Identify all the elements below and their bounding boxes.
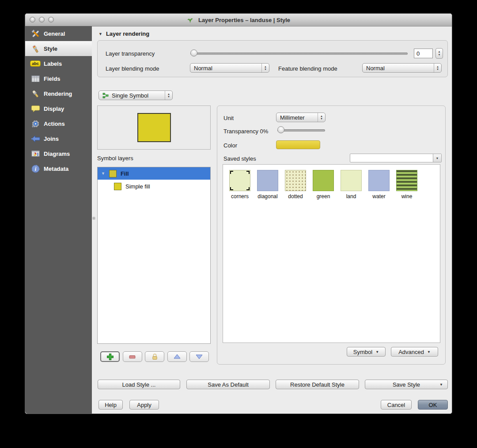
layer-blending-dropdown[interactable]: Normal ▲▼ <box>190 63 269 73</box>
load-style-button[interactable]: Load Style ... <box>98 380 180 389</box>
chart-icon <box>30 149 41 158</box>
layer-transparency-stepper[interactable]: ▲ ▼ <box>435 48 443 59</box>
feature-blending-dropdown[interactable]: Normal ▲▼ <box>362 63 442 73</box>
layer-transparency-slider[interactable] <box>190 49 408 57</box>
style-item-dotted[interactable]: dotted <box>285 170 306 200</box>
unit-label: Unit <box>223 115 234 121</box>
remove-symbol-layer-button[interactable] <box>123 351 142 362</box>
window-title: Layer Properties – landuse | Style <box>198 17 290 23</box>
sidebar-item-metadata[interactable]: i Metadata <box>25 161 92 176</box>
sidebar-item-rendering[interactable]: Rendering <box>25 86 92 101</box>
move-layer-down-button[interactable] <box>189 351 209 362</box>
saved-styles-label: Saved styles <box>223 155 256 162</box>
style-swatch[interactable] <box>285 170 306 191</box>
sidebar-item-general[interactable]: General <box>25 26 92 41</box>
title-bar[interactable]: Layer Properties – landuse | Style <box>25 14 452 26</box>
symbol-menu-button[interactable]: Symbol ▼ <box>347 347 386 357</box>
advanced-menu-button[interactable]: Advanced ▼ <box>391 347 438 357</box>
sidebar-item-label: Diagrams <box>44 151 70 157</box>
move-layer-up-button[interactable] <box>167 351 187 362</box>
saved-styles-combobox[interactable]: ▼ <box>350 154 442 162</box>
layer-transparency-value-field[interactable]: 0 <box>414 49 433 58</box>
join-arrow-icon <box>30 134 41 143</box>
symbol-layers-tree: ▼ Fill Simple fill <box>97 167 211 344</box>
apply-button[interactable]: Apply <box>129 400 159 410</box>
save-style-button[interactable]: Save Style ▼ <box>365 380 448 389</box>
style-swatch[interactable] <box>341 170 362 191</box>
minus-icon <box>129 353 136 361</box>
tree-row-fill[interactable]: ▼ Fill <box>98 167 210 180</box>
collapse-triangle-icon[interactable]: ▼ <box>98 32 102 36</box>
speech-bubble-icon <box>30 104 41 113</box>
color-label: Color <box>223 142 237 149</box>
sidebar-item-style[interactable]: Style <box>25 41 92 56</box>
brush-icon <box>30 89 41 98</box>
sidebar-item-label: Joins <box>44 136 59 142</box>
stepper-down-icon[interactable]: ▼ <box>438 53 441 56</box>
qgis-app-icon <box>187 17 193 23</box>
sidebar-item-label: Fields <box>44 75 61 82</box>
dropdown-stepper-icon: ▲▼ <box>434 64 441 72</box>
symbol-layer-toolbar <box>100 351 209 362</box>
up-triangle-icon <box>173 353 181 360</box>
dropdown-stepper-icon: ▲▼ <box>261 64 269 72</box>
slider-handle[interactable] <box>277 126 284 133</box>
add-symbol-layer-button[interactable] <box>100 351 120 362</box>
style-swatch[interactable] <box>396 170 417 191</box>
restore-default-style-button[interactable]: Restore Default Style <box>276 380 359 389</box>
color-picker-button[interactable] <box>276 140 320 149</box>
menu-arrow-icon: ▼ <box>427 350 431 354</box>
style-item-wine[interactable]: wine <box>396 170 417 200</box>
symbol-preview-swatch <box>137 113 171 142</box>
feature-blending-label: Feature blending mode <box>278 65 337 72</box>
down-triangle-icon <box>195 353 203 360</box>
sidebar-item-joins[interactable]: Joins <box>25 131 92 146</box>
sidebar-item-diagrams[interactable]: Diagrams <box>25 146 92 161</box>
style-item-green[interactable]: green <box>313 170 334 200</box>
transparency-label: Transparency 0% <box>223 128 268 135</box>
layer-rendering-groupbox: Layer transparency 0 ▲ ▼ Layer blending … <box>97 40 448 77</box>
cancel-button[interactable]: Cancel <box>381 400 412 410</box>
sidebar-item-display[interactable]: Display <box>25 101 92 116</box>
style-item-land[interactable]: land <box>341 170 362 200</box>
sidebar-item-label: Display <box>44 105 64 112</box>
sidebar-item-labels[interactable]: abc Labels <box>25 56 92 71</box>
style-item-corners[interactable]: corners <box>229 170 250 200</box>
style-swatch[interactable] <box>313 170 334 191</box>
style-swatch[interactable] <box>229 170 250 191</box>
splitter-grip[interactable] <box>92 217 95 220</box>
style-item-diagonal[interactable]: diagonal <box>257 170 278 200</box>
combo-arrow-icon[interactable]: ▼ <box>433 154 441 162</box>
style-swatch[interactable] <box>368 170 390 191</box>
dropdown-stepper-icon: ▲▼ <box>318 113 325 122</box>
stepper-up-icon[interactable]: ▲ <box>438 50 441 53</box>
menu-arrow-icon: ▼ <box>439 383 443 387</box>
tools-icon <box>30 29 41 38</box>
sidebar-item-fields[interactable]: Fields <box>25 71 92 86</box>
renderer-type-dropdown[interactable]: Single Symbol ▲▼ <box>98 90 173 100</box>
fill-swatch-icon <box>109 170 117 177</box>
lock-symbol-layer-button[interactable] <box>145 351 164 362</box>
tree-row-simple-fill[interactable]: Simple fill <box>98 180 210 193</box>
save-as-default-button[interactable]: Save As Default <box>186 380 270 389</box>
symbol-properties-groupbox: Unit Millimeter ▲▼ Transparency 0% Color… <box>217 105 446 365</box>
simple-fill-swatch-icon <box>114 183 121 190</box>
unit-dropdown[interactable]: Millimeter ▲▼ <box>276 113 326 122</box>
menu-arrow-icon: ▼ <box>375 350 379 354</box>
saved-styles-list[interactable]: corners diagonal dotted green land water <box>223 164 440 343</box>
help-button[interactable]: Help <box>98 400 123 410</box>
slider-track[interactable] <box>277 129 325 132</box>
slider-handle[interactable] <box>190 49 197 56</box>
expand-triangle-icon[interactable]: ▼ <box>101 171 105 176</box>
layer-rendering-header[interactable]: ▼ Layer rendering <box>98 30 149 37</box>
slider-track[interactable] <box>190 53 408 55</box>
ok-button[interactable]: OK <box>418 400 448 410</box>
style-swatch[interactable] <box>257 170 278 191</box>
table-icon <box>30 74 41 83</box>
sidebar: General Style abc Labels <box>25 26 92 414</box>
style-item-water[interactable]: water <box>368 170 390 200</box>
symbol-transparency-slider[interactable] <box>277 126 325 134</box>
sidebar-item-actions[interactable]: Actions <box>25 116 92 131</box>
saved-styles-value[interactable] <box>350 154 433 162</box>
single-symbol-icon <box>102 92 109 99</box>
